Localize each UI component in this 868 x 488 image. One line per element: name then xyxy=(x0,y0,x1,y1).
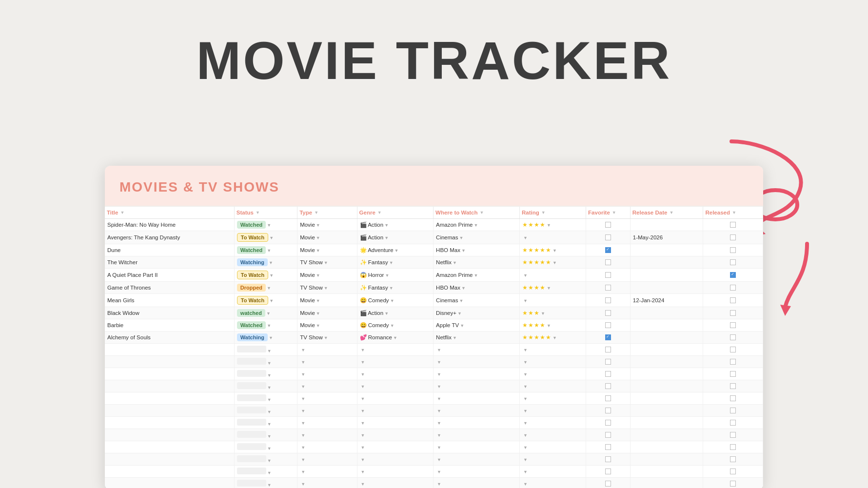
cell-status[interactable]: Watching▼ xyxy=(234,332,297,344)
cell-rating[interactable]: ▼ xyxy=(519,269,586,282)
cell-status-empty[interactable]: ▼ xyxy=(234,344,297,356)
cell-genre[interactable]: 🎬 Action▼ xyxy=(357,231,433,244)
cell-status-empty[interactable]: ▼ xyxy=(234,466,297,478)
cell-rating[interactable]: ★★★★★▼ xyxy=(519,256,586,269)
cell-genre-empty[interactable]: ▼ xyxy=(357,441,433,453)
cell-genre-empty[interactable]: ▼ xyxy=(357,405,433,417)
cell-status[interactable]: To Watch▼ xyxy=(234,269,297,282)
cell-where[interactable]: Netflix▼ xyxy=(434,256,520,269)
cell-released-empty[interactable] xyxy=(703,466,763,478)
filter-icon-type[interactable]: ▼ xyxy=(314,210,318,215)
cell-favorite[interactable] xyxy=(586,231,631,244)
cell-released-empty[interactable] xyxy=(703,417,763,429)
cell-where[interactable]: HBO Max▼ xyxy=(434,282,520,294)
cell-rating[interactable]: ★★★▼ xyxy=(519,307,586,319)
cell-type-empty[interactable]: ▼ xyxy=(297,356,357,368)
col-header-status[interactable]: Status ▼ xyxy=(234,206,297,219)
cell-released-empty[interactable] xyxy=(703,392,763,405)
cell-type-empty[interactable]: ▼ xyxy=(297,417,357,429)
cell-status[interactable]: Watched▼ xyxy=(234,219,297,231)
cell-released[interactable] xyxy=(703,294,763,307)
cell-where[interactable]: Cinemas▼ xyxy=(434,294,520,307)
cell-rating-empty[interactable]: ▼ xyxy=(519,344,586,356)
cell-type-empty[interactable]: ▼ xyxy=(297,380,357,392)
cell-released-empty[interactable] xyxy=(703,380,763,392)
cell-genre-empty[interactable]: ▼ xyxy=(357,380,433,392)
cell-rating-empty[interactable]: ▼ xyxy=(519,466,586,478)
cell-genre-empty[interactable]: ▼ xyxy=(357,453,433,466)
cell-type-empty[interactable]: ▼ xyxy=(297,392,357,405)
cell-type[interactable]: Movie▼ xyxy=(297,294,357,307)
cell-status[interactable]: watched▼ xyxy=(234,307,297,319)
cell-status[interactable]: Watching▼ xyxy=(234,256,297,269)
cell-where[interactable]: Apple TV▼ xyxy=(434,319,520,332)
cell-favorite-empty[interactable] xyxy=(586,392,631,405)
cell-released[interactable] xyxy=(703,319,763,332)
cell-genre-empty[interactable]: ▼ xyxy=(357,466,433,478)
cell-where-empty[interactable]: ▼ xyxy=(434,356,520,368)
cell-status[interactable]: Watched▼ xyxy=(234,244,297,256)
filter-icon-title[interactable]: ▼ xyxy=(120,210,124,215)
cell-genre[interactable]: 🎬 Action▼ xyxy=(357,219,433,231)
cell-rating[interactable]: ▼ xyxy=(519,294,586,307)
cell-genre-empty[interactable]: ▼ xyxy=(357,478,433,488)
cell-where-empty[interactable]: ▼ xyxy=(434,429,520,441)
col-header-reldate[interactable]: Release Date ▼ xyxy=(630,206,703,219)
cell-released-empty[interactable] xyxy=(703,441,763,453)
cell-rating-empty[interactable]: ▼ xyxy=(519,478,586,488)
cell-favorite[interactable] xyxy=(586,294,631,307)
col-header-where[interactable]: Where to Watch ▼ xyxy=(434,206,520,219)
cell-rating-empty[interactable]: ▼ xyxy=(519,405,586,417)
cell-type-empty[interactable]: ▼ xyxy=(297,453,357,466)
cell-favorite-empty[interactable] xyxy=(586,405,631,417)
cell-favorite[interactable] xyxy=(586,332,631,344)
cell-favorite-empty[interactable] xyxy=(586,356,631,368)
cell-rating[interactable]: ★★★★▼ xyxy=(519,219,586,231)
cell-type-empty[interactable]: ▼ xyxy=(297,478,357,488)
col-header-type[interactable]: Type ▼ xyxy=(297,206,357,219)
cell-where-empty[interactable]: ▼ xyxy=(434,368,520,380)
col-header-title[interactable]: Title ▼ xyxy=(105,206,234,219)
cell-status-empty[interactable]: ▼ xyxy=(234,441,297,453)
cell-favorite-empty[interactable] xyxy=(586,453,631,466)
cell-genre-empty[interactable]: ▼ xyxy=(357,356,433,368)
filter-icon-released[interactable]: ▼ xyxy=(732,210,736,215)
cell-released-empty[interactable] xyxy=(703,368,763,380)
cell-type[interactable]: Movie▼ xyxy=(297,244,357,256)
cell-rating-empty[interactable]: ▼ xyxy=(519,392,586,405)
cell-genre[interactable]: 😄 Comedy▼ xyxy=(357,319,433,332)
cell-favorite[interactable] xyxy=(586,307,631,319)
cell-where[interactable]: Amazon Prime▼ xyxy=(434,269,520,282)
cell-genre[interactable]: 💕 Romance▼ xyxy=(357,332,433,344)
cell-genre-empty[interactable]: ▼ xyxy=(357,417,433,429)
cell-released[interactable] xyxy=(703,269,763,282)
cell-type-empty[interactable]: ▼ xyxy=(297,368,357,380)
cell-status-empty[interactable]: ▼ xyxy=(234,417,297,429)
cell-genre-empty[interactable]: ▼ xyxy=(357,368,433,380)
cell-released[interactable] xyxy=(703,307,763,319)
cell-type[interactable]: TV Show▼ xyxy=(297,256,357,269)
cell-released-empty[interactable] xyxy=(703,356,763,368)
cell-favorite[interactable] xyxy=(586,319,631,332)
cell-status-empty[interactable]: ▼ xyxy=(234,478,297,488)
cell-where-empty[interactable]: ▼ xyxy=(434,417,520,429)
cell-favorite-empty[interactable] xyxy=(586,466,631,478)
cell-type-empty[interactable]: ▼ xyxy=(297,466,357,478)
cell-where[interactable]: HBO Max▼ xyxy=(434,244,520,256)
filter-icon-status[interactable]: ▼ xyxy=(256,210,260,215)
cell-rating-empty[interactable]: ▼ xyxy=(519,453,586,466)
cell-type[interactable]: Movie▼ xyxy=(297,231,357,244)
cell-favorite[interactable] xyxy=(586,256,631,269)
cell-genre-empty[interactable]: ▼ xyxy=(357,344,433,356)
filter-icon-favorite[interactable]: ▼ xyxy=(612,210,616,215)
cell-favorite-empty[interactable] xyxy=(586,368,631,380)
cell-status-empty[interactable]: ▼ xyxy=(234,380,297,392)
cell-favorite-empty[interactable] xyxy=(586,478,631,488)
cell-where[interactable]: Disney+▼ xyxy=(434,307,520,319)
cell-status-empty[interactable]: ▼ xyxy=(234,368,297,380)
cell-status-empty[interactable]: ▼ xyxy=(234,453,297,466)
cell-status[interactable]: Watched▼ xyxy=(234,319,297,332)
cell-released-empty[interactable] xyxy=(703,453,763,466)
cell-rating-empty[interactable]: ▼ xyxy=(519,429,586,441)
cell-where-empty[interactable]: ▼ xyxy=(434,453,520,466)
